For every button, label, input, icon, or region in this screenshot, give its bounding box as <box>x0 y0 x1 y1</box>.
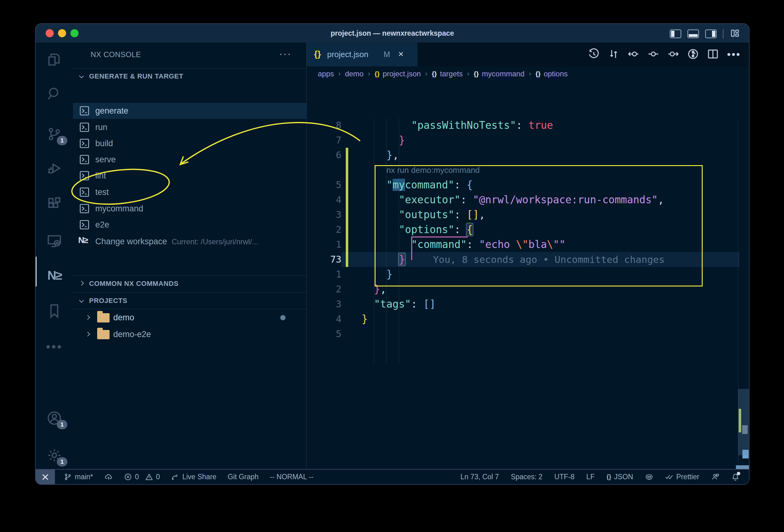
line-number: 5 <box>307 327 341 341</box>
change-workspace-label: Change workspace <box>95 237 167 246</box>
search-icon[interactable] <box>36 79 73 109</box>
branch-status-item[interactable]: main* <box>64 473 93 481</box>
remote-explorer-icon[interactable] <box>36 226 73 256</box>
breadcrumb-item-apps[interactable]: apps <box>318 69 334 78</box>
sidebar-item-e2e[interactable]: e2e <box>73 217 306 233</box>
current-workspace-path: Current: /Users/juri/nrwl/... <box>172 237 258 246</box>
breadcrumb-separator: › <box>466 70 471 78</box>
toggle-panel-icon[interactable] <box>688 29 699 38</box>
terminal-icon <box>79 203 90 214</box>
customize-layout-icon[interactable] <box>730 29 740 39</box>
live-share-item[interactable]: Live Share <box>171 473 216 481</box>
sidebar-item-run[interactable]: run <box>73 119 306 135</box>
breadcrumb-item-mycommand[interactable]: mycommand <box>482 69 525 78</box>
problems-item[interactable]: 0 0 <box>124 473 160 481</box>
vertical-scrollbar[interactable] <box>738 389 749 455</box>
sidebar-item-change-workspace[interactable]: N≥ Change workspace Current: /Users/juri… <box>73 233 306 250</box>
split-editor-icon[interactable] <box>707 48 719 61</box>
formatter-item[interactable]: Prettier <box>665 473 699 481</box>
account-badge: 1 <box>57 420 67 429</box>
sidebar-item-generate[interactable]: generate <box>73 103 306 119</box>
cloud-upload-icon <box>104 473 113 481</box>
previous-change-icon[interactable] <box>627 48 639 61</box>
feedback-item[interactable] <box>711 473 720 481</box>
breadcrumb-separator: › <box>528 70 532 78</box>
terminal-icon <box>79 187 90 198</box>
code-line: 4} <box>307 312 739 327</box>
sidebar-item-lint[interactable]: lint <box>73 168 306 184</box>
next-change-icon[interactable] <box>667 48 679 61</box>
current-change-icon[interactable] <box>647 48 659 61</box>
timeline-history-icon[interactable] <box>588 48 600 61</box>
compare-changes-icon[interactable] <box>608 48 619 61</box>
terminal-icon <box>79 122 90 133</box>
breadcrumb-separator: › <box>337 70 342 78</box>
live-share-icon <box>171 473 179 481</box>
sidebar-item-serve[interactable]: serve <box>73 151 306 168</box>
chevron-down-icon <box>79 74 84 79</box>
git-branch-icon <box>64 473 72 481</box>
code-area[interactable]: 8"passWithNoTests": true7}6},nx run demo… <box>307 81 749 469</box>
breadcrumb-item-project-json[interactable]: project.json <box>383 69 421 78</box>
account-icon[interactable]: 1 <box>36 403 73 433</box>
pane-more-actions-icon[interactable]: ··· <box>279 43 291 66</box>
section-divider <box>73 309 306 309</box>
close-tab-icon[interactable]: × <box>398 43 404 65</box>
bookmarks-icon[interactable] <box>36 296 73 326</box>
settings-gear-icon[interactable]: 1 <box>36 441 73 470</box>
run-debug-icon[interactable] <box>36 153 73 183</box>
notifications-item[interactable] <box>731 473 739 481</box>
notification-dot <box>737 472 740 475</box>
breadcrumb-item-targets[interactable]: targets <box>440 69 463 78</box>
titlebar-divider <box>723 29 724 38</box>
vscode-window: project.json — newnxreactwrkspace 1 N≥ •… <box>35 23 750 485</box>
object-icon: {} <box>432 70 437 78</box>
breadcrumb-item-demo[interactable]: demo <box>345 69 363 78</box>
json-braces-icon: {} <box>607 473 611 480</box>
source-control-icon[interactable]: 1 <box>36 119 73 149</box>
tab-bar: {} project.json M × ••• <box>307 43 749 66</box>
active-view-indicator <box>36 257 37 286</box>
copilot-icon <box>645 473 653 481</box>
warnings-icon <box>145 473 153 481</box>
copilot-item[interactable] <box>645 473 653 481</box>
section-generate-run-target[interactable]: GENERATE & RUN TARGET <box>73 68 306 84</box>
chevron-right-icon <box>85 315 90 320</box>
sidebar-item-build[interactable]: build <box>73 135 306 151</box>
toggle-primary-sidebar-icon[interactable] <box>670 29 681 38</box>
remote-indicator[interactable] <box>36 470 55 484</box>
object-icon: {} <box>535 70 540 78</box>
title-bar: project.json — newnxreactwrkspace <box>36 24 749 43</box>
eol-item[interactable]: LF <box>586 473 595 481</box>
cursor-position-item[interactable]: Ln 73, Col 7 <box>460 473 499 481</box>
open-revision-icon[interactable] <box>687 48 699 61</box>
project-row-demo[interactable]: demo <box>73 309 306 326</box>
section-common-nx-commands[interactable]: COMMON NX COMMANDS <box>73 276 306 292</box>
section-projects[interactable]: PROJECTS <box>73 293 306 309</box>
sidebar-item-mycommand[interactable]: mycommand <box>73 200 306 217</box>
chevron-right-icon <box>79 281 84 286</box>
breadcrumb-item-options[interactable]: options <box>544 69 568 78</box>
git-graph-item[interactable]: Git Graph <box>227 473 258 481</box>
nx-console-sidebar: NX CONSOLE ··· GENERATE & RUN TARGET gen… <box>73 43 307 469</box>
sidebar-item-test[interactable]: test <box>73 184 306 200</box>
extensions-icon[interactable] <box>36 189 73 219</box>
explorer-icon[interactable] <box>36 45 73 75</box>
more-views-icon[interactable]: ••• <box>36 332 73 362</box>
folder-icon <box>97 313 110 323</box>
project-row-demo-e2e[interactable]: demo-e2e <box>73 326 306 342</box>
settings-badge: 1 <box>57 457 67 467</box>
toggle-secondary-sidebar-icon[interactable] <box>705 29 717 38</box>
indentation-item[interactable]: Spaces: 2 <box>511 473 542 481</box>
sync-changes-item[interactable] <box>104 473 113 481</box>
vim-mode-indicator[interactable]: -- NORMAL -- <box>270 473 313 481</box>
nx-console-icon[interactable]: N≥ <box>36 260 73 290</box>
project-status-dot <box>280 315 285 320</box>
encoding-item[interactable]: UTF-8 <box>554 473 575 481</box>
code-line: 7} <box>307 133 739 148</box>
remote-icon <box>41 473 50 481</box>
more-actions-icon[interactable]: ••• <box>727 49 741 60</box>
language-mode-item[interactable]: {}JSON <box>607 473 633 481</box>
tab-project-json[interactable]: {} project.json M × <box>307 43 417 66</box>
terminal-icon <box>79 105 90 116</box>
